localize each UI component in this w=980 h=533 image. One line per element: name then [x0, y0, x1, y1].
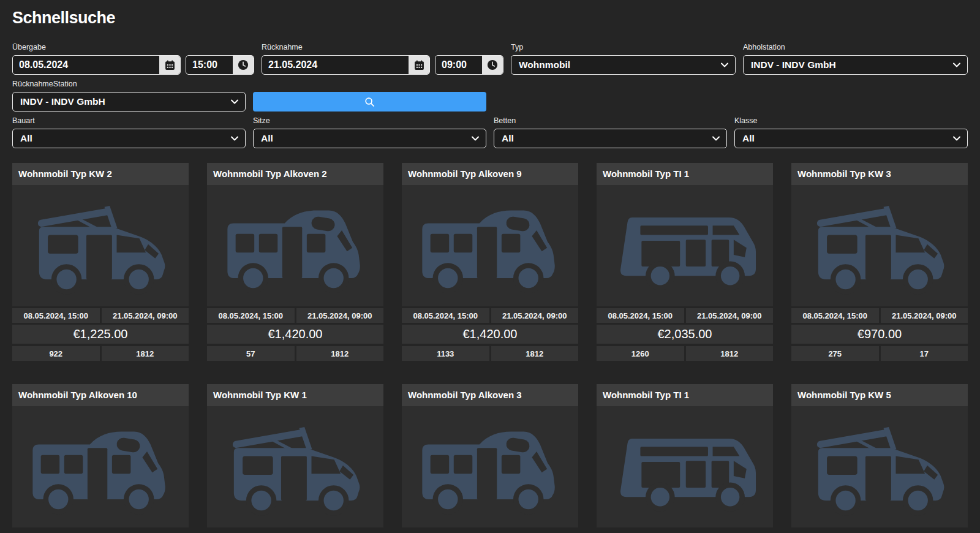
semi-integrated-motorhome-icon: [609, 193, 761, 298]
vehicle-card[interactable]: Wohnmobil Typ KW 3 08.05.2024, 15:00 21.…: [791, 163, 968, 361]
betten-select[interactable]: All: [494, 129, 727, 148]
page-title: Schnellsuche: [12, 9, 968, 28]
vehicle-card-stats: 57 1812: [207, 346, 383, 361]
vehicle-card[interactable]: Wohnmobil Typ TI 1: [597, 384, 773, 527]
field-uebergabe: Übergabe: [12, 43, 254, 75]
vehicle-cards-grid: Wohnmobil Typ KW 2 08.05.2024, 15:00 21.…: [12, 163, 968, 527]
typ-label: Typ: [511, 43, 736, 51]
ruecknahmestation-label: RücknahmeStation: [12, 80, 246, 88]
vehicle-card[interactable]: Wohnmobil Typ Alkoven 3: [402, 384, 578, 527]
vehicle-card-title: Wohnmobil Typ Alkoven 2: [207, 163, 383, 185]
filters-row: Bauart All Sitze All Betten All Klasse A…: [12, 116, 968, 148]
vehicle-card-title: Wohnmobil Typ KW 2: [12, 163, 189, 185]
vehicle-card-stats: 1260 1812: [597, 346, 773, 361]
klasse-label: Klasse: [734, 116, 968, 125]
campervan-poptop-icon: [24, 193, 176, 298]
vehicle-card[interactable]: Wohnmobil Typ KW 5: [791, 384, 968, 527]
search-form-row-1: Übergabe: [12, 43, 968, 75]
betten-label: Betten: [494, 116, 727, 125]
sitze-label: Sitze: [253, 116, 486, 125]
ruecknahmestation-select[interactable]: INDV - INDV GmbH: [12, 92, 246, 112]
pickup-datetime: 08.05.2024, 15:00: [791, 308, 879, 323]
vehicle-card-image: [791, 406, 968, 527]
uebergabe-calendar-button[interactable]: [159, 56, 180, 74]
vehicle-card-dates: 08.05.2024, 15:00 21.05.2024, 09:00: [402, 308, 578, 323]
ruecknahme-clock-button[interactable]: [482, 56, 503, 74]
uebergabe-clock-button[interactable]: [233, 56, 254, 74]
vehicle-card-title: Wohnmobil Typ TI 1: [597, 163, 773, 185]
field-abholstation: Abholstation INDV - INDV GmbH: [743, 43, 968, 75]
stat-left: 1133: [402, 346, 489, 361]
vehicle-card-image: [791, 185, 968, 306]
klasse-select[interactable]: All: [734, 129, 968, 148]
chevron-down-icon: [712, 136, 720, 141]
vehicle-card-image: [12, 406, 189, 527]
typ-select-value: Wohnmobil: [519, 59, 570, 70]
chevron-down-icon: [721, 62, 728, 67]
vehicle-card-title: Wohnmobil Typ TI 1: [597, 384, 773, 406]
sitze-select-value: All: [261, 133, 273, 144]
field-betten: Betten All: [494, 116, 727, 148]
vehicle-card-image: [207, 185, 383, 306]
vehicle-card-stats: 1133 1812: [402, 346, 578, 361]
pickup-datetime: 08.05.2024, 15:00: [12, 308, 100, 323]
stat-right: 1812: [491, 346, 579, 361]
ruecknahme-label: Rücknahme: [262, 43, 503, 51]
field-ruecknahme: Rücknahme: [262, 43, 503, 75]
semi-integrated-motorhome-icon: [609, 414, 761, 519]
campervan-poptop-icon: [804, 193, 956, 298]
vehicle-card-image: [597, 406, 773, 527]
bauart-select[interactable]: All: [12, 129, 246, 148]
typ-select[interactable]: Wohnmobil: [511, 55, 736, 75]
field-klasse: Klasse All: [734, 116, 968, 148]
sitze-select[interactable]: All: [253, 129, 486, 148]
field-sitze: Sitze All: [253, 116, 486, 148]
stat-right: 17: [881, 346, 968, 361]
vehicle-card[interactable]: Wohnmobil Typ TI 1 08.05.2024, 15:00 21.…: [597, 163, 773, 361]
uebergabe-date-group: [12, 55, 181, 75]
search-form-row-2: RücknahmeStation INDV - INDV GmbH: [12, 80, 968, 112]
vehicle-card-title: Wohnmobil Typ KW 5: [791, 384, 968, 406]
ruecknahme-date-input[interactable]: [262, 56, 409, 74]
chevron-down-icon: [472, 136, 479, 141]
vehicle-card-image: [402, 185, 578, 306]
chevron-down-icon: [231, 136, 238, 141]
vehicle-card-dates: 08.05.2024, 15:00 21.05.2024, 09:00: [597, 308, 773, 323]
chevron-down-icon: [231, 99, 238, 104]
vehicle-card-dates: 08.05.2024, 15:00 21.05.2024, 09:00: [12, 308, 189, 323]
stat-right: 1812: [296, 346, 384, 361]
chevron-down-icon: [953, 136, 960, 141]
alcove-motorhome-icon: [219, 193, 371, 298]
vehicle-card[interactable]: Wohnmobil Typ KW 2 08.05.2024, 15:00 21.…: [12, 163, 189, 361]
campervan-poptop-icon: [219, 414, 371, 519]
vehicle-card[interactable]: Wohnmobil Typ Alkoven 9 08.05.2024, 15:0…: [402, 163, 578, 361]
vehicle-card-image: [12, 185, 189, 306]
alcove-motorhome-icon: [24, 414, 176, 519]
uebergabe-time-input[interactable]: [186, 56, 233, 74]
stat-right: 1812: [686, 346, 774, 361]
vehicle-card[interactable]: Wohnmobil Typ KW 1: [207, 384, 383, 527]
vehicle-card[interactable]: Wohnmobil Typ Alkoven 2 08.05.2024, 15:0…: [207, 163, 383, 361]
stat-left: 922: [12, 346, 100, 361]
uebergabe-label: Übergabe: [12, 43, 254, 51]
field-bauart: Bauart All: [12, 116, 246, 148]
ruecknahme-time-input[interactable]: [435, 56, 482, 74]
search-button[interactable]: [253, 92, 486, 112]
uebergabe-date-input[interactable]: [13, 56, 159, 74]
pickup-datetime: 08.05.2024, 15:00: [597, 308, 684, 323]
stat-left: 57: [207, 346, 295, 361]
clock-icon: [487, 59, 498, 70]
vehicle-card-dates: 08.05.2024, 15:00 21.05.2024, 09:00: [791, 308, 968, 323]
dropoff-datetime: 21.05.2024, 09:00: [102, 308, 189, 323]
vehicle-card-dates: 08.05.2024, 15:00 21.05.2024, 09:00: [207, 308, 383, 323]
abholstation-select[interactable]: INDV - INDV GmbH: [743, 55, 968, 75]
ruecknahme-calendar-button[interactable]: [409, 56, 429, 74]
calendar-icon: [414, 60, 424, 70]
dropoff-datetime: 21.05.2024, 09:00: [296, 308, 384, 323]
vehicle-card[interactable]: Wohnmobil Typ Alkoven 10: [12, 384, 189, 527]
stat-right: 1812: [102, 346, 189, 361]
dropoff-datetime: 21.05.2024, 09:00: [686, 308, 774, 323]
chevron-down-icon: [953, 62, 960, 67]
calendar-icon: [165, 60, 175, 70]
vehicle-card-image: [207, 406, 383, 527]
